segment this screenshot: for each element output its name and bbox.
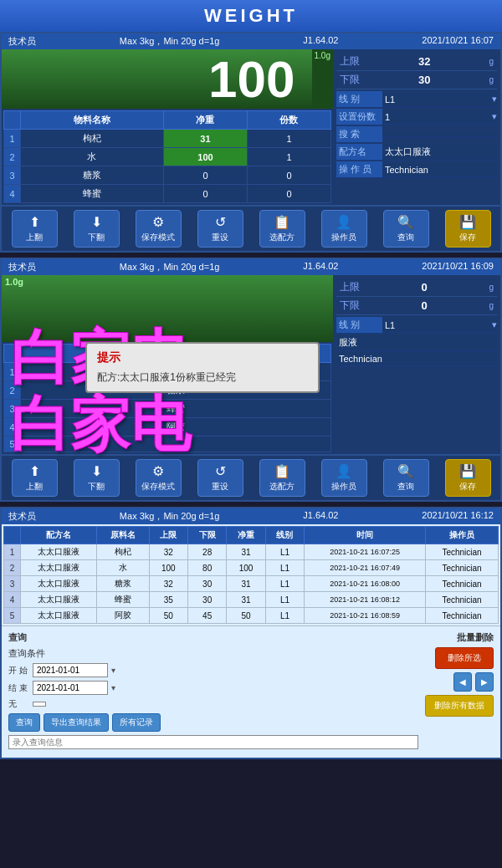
popup-title-2: 提示: [97, 350, 308, 365]
btn-operator-label-2: 操作员: [331, 481, 356, 493]
dropdown-arrow-end-3[interactable]: ▾: [111, 683, 115, 692]
upper-limit-value-2: 0: [422, 281, 428, 294]
row-recipe: 太太口服液: [21, 576, 97, 592]
row-num: 2: [4, 560, 21, 576]
table-row: 3 糖浆 0 0: [4, 166, 331, 185]
down-icon-2: ⬇: [91, 463, 102, 479]
btn-query-1[interactable]: 🔍 查询: [383, 210, 429, 248]
btn-down-1[interactable]: ⬇ 下翻: [74, 210, 120, 248]
btn-reset-1[interactable]: ↺ 重设: [197, 210, 243, 248]
row-operator: Technician: [426, 560, 499, 576]
all-records-btn-3[interactable]: 所有记录: [112, 713, 161, 732]
user-label-3: 技术员: [8, 510, 36, 523]
line-arrow-2[interactable]: ▾: [492, 318, 497, 333]
btn-select-recipe-1[interactable]: 📋 选配方: [259, 210, 305, 248]
upper-limit-unit-2: g: [489, 283, 494, 292]
lower-limit-row-1: 下限 30 g: [336, 71, 497, 89]
btn-up-2[interactable]: ⬆ 上翻: [12, 459, 58, 497]
btn-save-1[interactable]: 💾 保存: [445, 210, 491, 248]
query-condition-label-3: 查询条件: [8, 647, 50, 660]
table-row: 4 太太口服液 蜂蜜 35 30 31 L1 2021-10-21 16:08:…: [4, 592, 499, 608]
table-row: 1 太太口服液 枸杞 32 28 31 L1 2021-10-21 16:07:…: [4, 544, 499, 560]
th-material-3: 原料名: [97, 527, 149, 544]
portions-arrow-1[interactable]: ▾: [492, 110, 497, 125]
upper-limit-label-1: 上限: [340, 54, 360, 69]
lower-limit-value-1: 30: [418, 74, 430, 86]
operator-icon-1: 👤: [336, 214, 352, 230]
recipe-key-1: 配方名: [336, 144, 382, 161]
row-upper: 100: [149, 560, 187, 576]
row-num: 1: [4, 363, 21, 381]
query-start-label-3: 开 始: [8, 665, 29, 677]
line-key-2: 线 别: [336, 317, 382, 334]
row-time: 2021-10-21 16:08:12: [305, 592, 426, 608]
row-recipe: 太太口服液: [21, 544, 97, 560]
search-val-1: [382, 133, 497, 137]
status-bar-3: 技术员 Max 3kg，Min 20g d=1g J1.64.02 2021/1…: [2, 508, 500, 524]
batch-actions-3: 批量删除 删除所选 ◀ ▶ 删除所有数据: [425, 631, 494, 753]
specs-label-2: Max 3kg，Min 20g d=1g: [120, 261, 220, 273]
th-line-3: 线别: [265, 527, 304, 544]
query-empty-checkbox-3[interactable]: [33, 702, 46, 707]
row-weight: 31: [163, 130, 247, 148]
weight-unit-1: 1.0g: [312, 49, 333, 109]
query-action-row-3: 查询 导出查询结果 所有记录: [8, 713, 418, 732]
dropdown-arrow-start-3[interactable]: ▾: [111, 666, 115, 675]
version-label-1: J1.64.02: [303, 35, 338, 48]
table-row: 2 太太口服液 水 100 80 100 L1 2021-10-21 16:07…: [4, 560, 499, 576]
btn-query-label-1: 查询: [397, 232, 414, 243]
table-row: 4 蜂蜜 0 0: [4, 185, 331, 203]
btn-up-label-2: 上翻: [26, 481, 43, 493]
panel-1: 技术员 Max 3kg，Min 20g d=1g J1.64.02 2021/1…: [0, 32, 502, 253]
export-btn-3[interactable]: 导出查询结果: [44, 713, 109, 732]
query-search-input-3[interactable]: [8, 735, 418, 749]
btn-select-recipe-2[interactable]: 📋 选配方: [259, 459, 305, 497]
btn-save-mode-1[interactable]: ⚙ 保存模式: [136, 210, 182, 248]
th-name-1: 物料名称: [21, 111, 164, 130]
btn-save-label-2: 保存: [459, 481, 476, 493]
delete-all-btn-3[interactable]: 删除所有数据: [425, 695, 494, 717]
btn-operator-2[interactable]: 👤 操作员: [321, 459, 367, 497]
up-icon-1: ⬆: [29, 214, 40, 230]
recipe-row-1: 配方名 太太口服液: [336, 144, 497, 161]
upper-limit-label-2: 上限: [340, 280, 360, 294]
panel1-left-col: 100 1.0g 物料名称 净重 份数: [2, 49, 333, 205]
save-icon-1: 💾: [459, 214, 476, 230]
btn-reset-label-1: 重设: [212, 232, 228, 243]
popup-dialog-2: 提示 配方:太太口服液1份称重已经完: [85, 342, 320, 393]
row-time: 2021-10-21 16:07:25: [305, 544, 426, 560]
query-start-input-3[interactable]: [33, 663, 108, 677]
row-weight: 0: [163, 166, 247, 185]
btn-down-label-1: 下翻: [88, 232, 105, 243]
nav-prev-btn-3[interactable]: ◀: [453, 672, 472, 692]
upper-limit-row-1: 上限 32 g: [336, 53, 497, 71]
weight-unit-2: 1.0g: [5, 277, 23, 287]
btn-down-2[interactable]: ⬇ 下翻: [74, 459, 120, 497]
specs-label-1: Max 3kg，Min 20g d=1g: [120, 35, 220, 48]
row-name: 糖浆: [21, 166, 164, 185]
th-upper-3: 上限: [149, 527, 187, 544]
toolbar-2: ⬆ 上翻 ⬇ 下翻 ⚙ 保存模式 ↺ 重设 📋 选配方 👤 操作员 🔍 查询 💾: [2, 454, 500, 500]
delete-selected-btn-3[interactable]: 删除所选: [435, 647, 494, 669]
row-num: 3: [4, 400, 21, 418]
save-mode-icon-1: ⚙: [152, 214, 164, 230]
btn-save-mode-2[interactable]: ⚙ 保存模式: [136, 459, 182, 497]
operator-row-1: 操 作 员 Technician: [336, 161, 497, 178]
th-num-2: [4, 345, 21, 363]
lower-limit-row-2: 下限 0 g: [336, 297, 497, 315]
portions-val-1: 1: [382, 110, 492, 125]
btn-up-1[interactable]: ⬆ 上翻: [12, 210, 58, 248]
select-recipe-icon-1: 📋: [274, 214, 290, 230]
btn-save-2[interactable]: 💾 保存: [445, 459, 491, 497]
line-arrow-1[interactable]: ▾: [492, 92, 497, 107]
query-btn-3[interactable]: 查询: [8, 713, 40, 732]
query-end-input-3[interactable]: [33, 681, 108, 695]
btn-query-2[interactable]: 🔍 查询: [383, 459, 429, 497]
select-recipe-icon-2: 📋: [274, 463, 290, 479]
upper-limit-value-1: 32: [418, 55, 430, 68]
btn-reset-2[interactable]: ↺ 重设: [197, 459, 243, 497]
nav-row-3: ◀ ▶: [453, 672, 494, 692]
btn-operator-1[interactable]: 👤 操作员: [321, 210, 367, 248]
lower-limit-label-1: 下限: [340, 73, 360, 87]
nav-next-btn-3[interactable]: ▶: [475, 672, 494, 692]
